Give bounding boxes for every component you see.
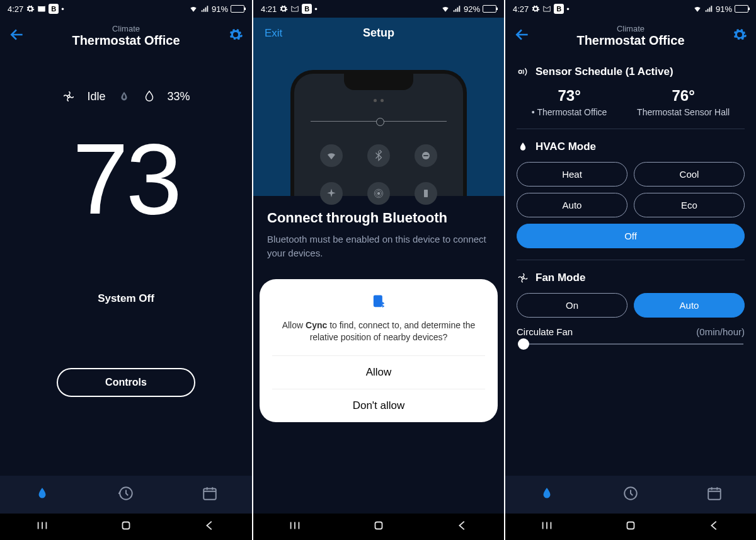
bluetooth-icon (367, 144, 390, 167)
battery-percent: 92% (464, 4, 480, 14)
dot-icon: • (566, 4, 570, 14)
signal-icon (200, 4, 209, 13)
android-navbar (505, 514, 756, 540)
app-tabbar (0, 476, 252, 514)
hvac-mode-heat[interactable]: Heat (517, 162, 627, 187)
fan-mode-on[interactable]: On (517, 293, 627, 318)
sensor-icon (517, 66, 529, 78)
wifi-icon (693, 4, 702, 13)
battery-percent: 91% (212, 4, 228, 14)
sensor-label: Thermostat Sensor Hall (637, 107, 730, 117)
gear-icon (26, 4, 35, 13)
hvac-mode-cool[interactable]: Cool (634, 162, 745, 187)
svg-rect-14 (708, 488, 721, 499)
tab-thermostat[interactable] (34, 485, 50, 504)
main-temperature: 73 (72, 129, 180, 229)
nav-home[interactable] (119, 519, 133, 535)
nav-back[interactable] (203, 519, 217, 535)
tab-history[interactable] (622, 485, 639, 504)
svg-rect-10 (375, 522, 382, 529)
sensor-label: • Thermostat Office (532, 107, 607, 117)
wifi-icon (441, 4, 450, 13)
b-badge-icon: B (302, 4, 312, 14)
phone-screen-thermostat-controls: 4:27 B • 91% Climate Thermostat Office S… (504, 0, 756, 540)
tab-thermostat[interactable] (539, 485, 555, 504)
logo-icon (117, 89, 131, 103)
svg-rect-2 (204, 488, 217, 499)
exit-button[interactable]: Exit (265, 27, 302, 40)
svg-rect-15 (627, 522, 634, 529)
header-title: Thermostat Office (533, 33, 728, 48)
status-time: 4:27 (8, 4, 23, 14)
phone-screen-bluetooth-setup: 4:21 B • 92% Exit Setup (252, 0, 504, 540)
bluetooth-instruction: Connect through Bluetooth Bluetooth must… (253, 196, 504, 279)
nav-back[interactable] (707, 519, 721, 535)
settings-button[interactable] (728, 27, 747, 45)
svg-point-12 (522, 277, 524, 279)
sensor-temp: 73° (532, 87, 607, 105)
wifi-icon (189, 4, 198, 13)
hvac-mode-header: HVAC Mode (517, 141, 745, 153)
hvac-mode-off[interactable]: Off (517, 224, 745, 248)
circulate-value: (0min/hour) (696, 326, 745, 337)
circulate-slider[interactable] (518, 343, 743, 345)
tab-schedule[interactable] (706, 485, 723, 504)
nearby-devices-icon (272, 293, 485, 313)
status-time: 4:21 (261, 4, 277, 14)
allow-button[interactable]: Allow (272, 355, 485, 389)
phone-illustration (290, 70, 467, 196)
phone-screen-thermostat-main: 4:27 B • 91% Climate Thermostat Office I… (0, 0, 252, 540)
nav-home[interactable] (624, 519, 638, 535)
svg-rect-9 (424, 190, 428, 197)
svg-point-0 (68, 95, 71, 98)
dot-icon: • (314, 4, 318, 14)
system-status: System Off (98, 292, 154, 305)
dnd-icon (415, 144, 437, 167)
app-header: Climate Thermostat Office (505, 18, 756, 52)
bluetooth-body: Bluetooth must be enabled on this device… (267, 233, 490, 260)
android-navbar (253, 514, 504, 540)
signal-icon (452, 4, 461, 13)
sensor-item[interactable]: 73° • Thermostat Office (532, 87, 607, 117)
svg-point-6 (377, 192, 381, 195)
nav-recents[interactable] (540, 519, 554, 535)
back-button[interactable] (9, 26, 28, 45)
hvac-mode-auto[interactable]: Auto (517, 193, 627, 217)
nav-back[interactable] (455, 519, 469, 535)
settings-button[interactable] (224, 27, 243, 45)
status-row: Idle 33% (62, 89, 190, 103)
nav-recents[interactable] (288, 519, 302, 535)
tab-schedule[interactable] (202, 485, 218, 504)
permission-text: Allow Cync to find, connect to, and dete… (276, 319, 481, 344)
status-time: 4:27 (513, 4, 529, 14)
fan-status: Idle (87, 90, 105, 103)
battery-icon (483, 5, 496, 13)
nav-home[interactable] (372, 519, 386, 535)
controls-button[interactable]: Controls (57, 368, 195, 397)
fan-mode-auto[interactable]: Auto (634, 293, 745, 318)
svg-point-11 (518, 71, 522, 74)
fan-icon (517, 272, 529, 284)
sensor-item[interactable]: 76° Thermostat Sensor Hall (637, 87, 730, 117)
dot-icon: • (61, 4, 64, 14)
header-eyebrow: Climate (28, 24, 224, 33)
battery-saver-icon (415, 182, 437, 205)
hvac-mode-eco[interactable]: Eco (634, 193, 745, 217)
status-bar: 4:27 B • 91% (0, 0, 252, 18)
deny-button[interactable]: Don't allow (272, 389, 485, 422)
fan-mode-header: Fan Mode (517, 272, 745, 284)
droplet-icon (142, 89, 156, 103)
header-eyebrow: Climate (533, 24, 728, 33)
battery-percent: 91% (716, 4, 732, 14)
svg-rect-5 (423, 155, 428, 156)
app-header: Climate Thermostat Office (0, 18, 252, 52)
tab-history[interactable] (118, 485, 134, 504)
gear-icon (279, 4, 288, 13)
back-button[interactable] (514, 26, 533, 45)
nav-recents[interactable] (35, 519, 49, 535)
app-tabbar (505, 476, 756, 514)
gear-icon (531, 4, 540, 13)
sensor-schedule-header[interactable]: Sensor Schedule (1 Active) (517, 66, 745, 78)
gmail-icon (542, 4, 551, 13)
fan-icon (62, 89, 76, 103)
